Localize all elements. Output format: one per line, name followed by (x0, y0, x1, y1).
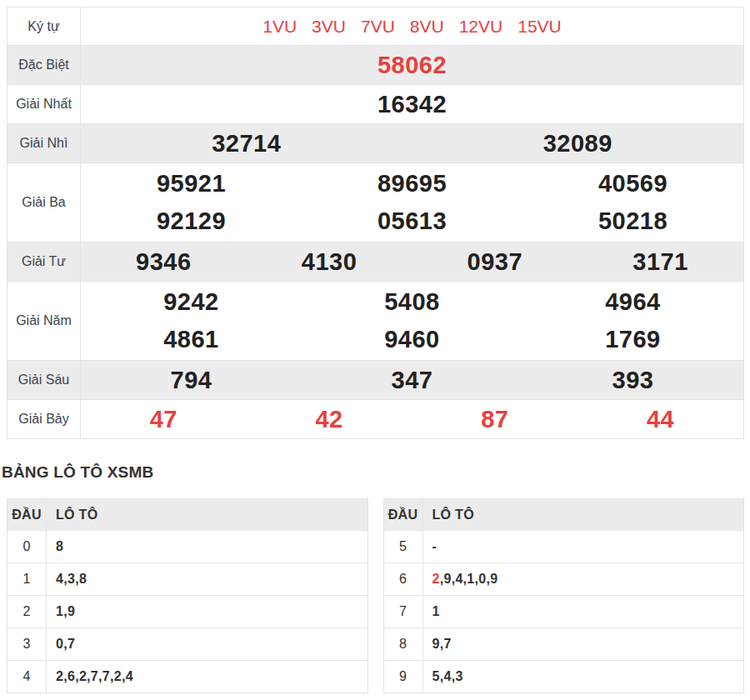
loto-row: 14, 3, 8 (8, 562, 368, 595)
prize-number: 05613 (378, 208, 447, 235)
loto-dau-value: 3 (8, 628, 47, 660)
result-row: Ký tự1VU3VU7VU8VU12VU15VU (8, 8, 743, 45)
loto-value: 4 (56, 572, 63, 587)
loto-header-row: ĐẦULÔ TÔ (384, 499, 744, 530)
result-row: Giải Tư9346413009373171 (8, 242, 743, 281)
loto-values: 1 (423, 596, 744, 628)
loto-values: - (423, 531, 744, 562)
prize-label: Giải Sáu (8, 361, 81, 399)
loto-value: 9 (432, 637, 440, 652)
prize-number: 42 (315, 406, 342, 433)
loto-value: 0 (56, 637, 63, 652)
loto-values: 2, 9, 4, 1, 0, 9 (423, 563, 744, 595)
prize-values: 47428744 (81, 400, 743, 438)
loto-value: 9 (490, 572, 498, 587)
results-table: Ký tự1VU3VU7VU8VU12VU15VUĐặc Biệt58062Gi… (7, 7, 744, 439)
loto-header-dau: ĐẦU (8, 499, 47, 530)
loto-row: 71 (384, 595, 744, 628)
prize-values: 924254084964486194601769 (81, 282, 743, 360)
prize-number: 40569 (598, 170, 668, 198)
loto-dau-value: 1 (8, 563, 47, 595)
loto-row: 42, 6, 2, 7, 7, 2, 4 (8, 660, 368, 692)
prize-number: 1769 (605, 326, 661, 353)
loto-row: 30, 7 (8, 628, 368, 660)
loto-values: 9, 7 (423, 628, 744, 660)
loto-value: 7 (68, 637, 75, 652)
loto-value: 4 (455, 572, 462, 587)
loto-row: 5- (384, 530, 744, 562)
prize-number: 16342 (378, 91, 447, 118)
result-row: Giải Nhì3271432089 (8, 123, 743, 162)
result-row: Giải Năm924254084964486194601769 (8, 281, 743, 360)
prize-number: 3171 (632, 248, 688, 276)
prize-values: 16342 (81, 85, 743, 123)
loto-value: 3 (455, 669, 462, 684)
loto-value: 2 (56, 669, 63, 684)
loto-row: 95, 4, 3 (384, 660, 744, 692)
loto-header-loto: LÔ TÔ (47, 499, 368, 530)
loto-section-title: BẢNG LÔ TÔ XSMB (2, 463, 743, 482)
prize-values: 58062 (81, 46, 743, 84)
symbol-value: 15VU (518, 17, 562, 37)
loto-dau-value: 2 (8, 596, 47, 628)
loto-value: 5 (432, 669, 440, 684)
prize-values: 3271432089 (81, 124, 743, 162)
loto-value: - (432, 539, 438, 554)
loto-values: 5, 4, 3 (423, 661, 744, 692)
loto-dau-value: 8 (384, 628, 423, 660)
prize-number: 9346 (136, 248, 192, 276)
loto-value: 9 (68, 604, 75, 619)
prize-number: 4964 (605, 288, 661, 316)
prize-number: 47 (150, 406, 178, 433)
prize-label: Giải Nhì (8, 124, 81, 162)
loto-value: 7 (91, 669, 98, 684)
loto-values: 8 (47, 531, 368, 562)
prize-label: Giải Năm (8, 282, 81, 360)
prize-number: 9460 (384, 326, 440, 353)
symbol-value: 8VU (410, 17, 444, 37)
loto-dau-value: 9 (384, 661, 423, 692)
prize-number: 89695 (378, 170, 447, 198)
loto-value: 1 (56, 604, 63, 619)
loto-values: 0, 7 (47, 628, 368, 660)
loto-values: 2, 6, 2, 7, 7, 2, 4 (47, 661, 368, 692)
loto-dau-value: 0 (8, 531, 47, 562)
result-row: Giải Sáu794347393 (8, 360, 743, 399)
prize-number: 393 (612, 367, 654, 394)
symbol-values: 1VU3VU7VU8VU12VU15VU (81, 8, 743, 45)
loto-value: 2 (114, 669, 122, 684)
result-row: Giải Bảy47428744 (8, 399, 743, 438)
prize-label: Đặc Biệt (8, 46, 81, 84)
result-row: Giải Ba959218969540569921290561350218 (8, 162, 743, 242)
prize-number: 87 (481, 406, 508, 433)
prize-number: 5408 (384, 288, 440, 316)
prize-values: 959218969540569921290561350218 (81, 163, 743, 242)
loto-value: 9 (443, 572, 451, 587)
loto-dau-value: 5 (384, 531, 423, 562)
prize-number: 4861 (163, 326, 219, 353)
loto-value: 2 (432, 572, 440, 587)
prize-label: Ký tự (8, 8, 81, 45)
loto-value: 4 (126, 669, 133, 684)
loto-value: 7 (443, 637, 451, 652)
loto-value: 1 (432, 604, 440, 619)
symbol-value: 1VU (262, 17, 297, 37)
result-row: Đặc Biệt58062 (8, 45, 743, 84)
symbol-value: 7VU (361, 17, 395, 37)
symbol-value: 3VU (312, 17, 346, 37)
prize-number: 794 (171, 367, 212, 394)
prize-number: 50218 (598, 208, 668, 235)
prize-label: Giải Nhất (8, 85, 81, 123)
loto-dau-value: 4 (8, 661, 47, 692)
loto-value: 2 (79, 669, 87, 684)
prize-label: Giải Tư (8, 242, 81, 281)
loto-row: 62, 9, 4, 1, 0, 9 (384, 562, 744, 595)
loto-header-loto: LÔ TÔ (423, 499, 744, 530)
prize-number: 32089 (543, 130, 612, 158)
loto-table-left: ĐẦULÔ TÔ0814, 3, 821, 930, 742, 6, 2, 7,… (7, 498, 368, 693)
loto-value: 3 (68, 572, 75, 587)
loto-row: 21, 9 (8, 595, 368, 628)
loto-value: 0 (478, 572, 486, 587)
loto-header-row: ĐẦULÔ TÔ (8, 499, 368, 530)
loto-tables: ĐẦULÔ TÔ0814, 3, 821, 930, 742, 6, 2, 7,… (7, 498, 744, 693)
